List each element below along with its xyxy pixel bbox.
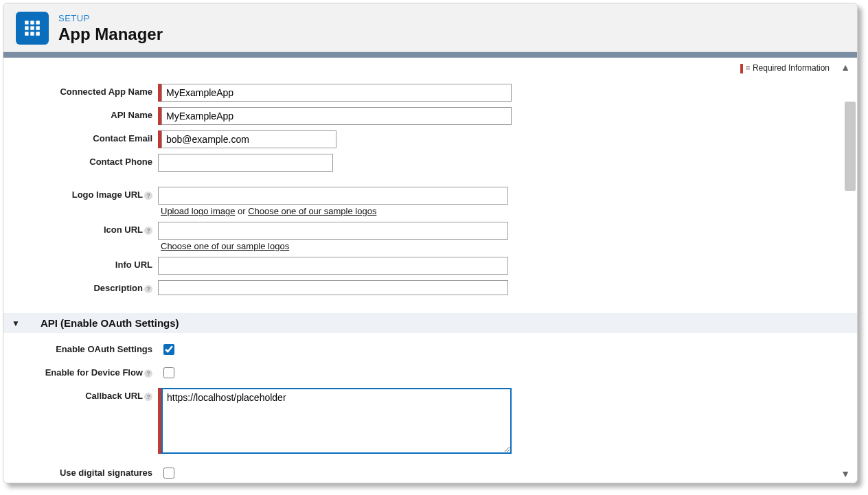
- info-url-input[interactable]: [158, 257, 508, 275]
- choose-sample-logo-link[interactable]: Choose one of our sample logos: [248, 206, 376, 216]
- page-title: App Manager: [58, 25, 163, 44]
- description-label: Description?: [3, 280, 158, 293]
- help-icon[interactable]: ?: [144, 393, 152, 401]
- help-icon[interactable]: ?: [144, 192, 152, 200]
- enable-oauth-label: Enable OAuth Settings: [3, 341, 158, 354]
- icon-url-label: Icon URL?: [3, 222, 158, 235]
- collapse-down-icon[interactable]: ▼: [841, 468, 850, 479]
- oauth-section-header: ▼ API (Enable OAuth Settings): [3, 313, 857, 333]
- required-info-legend: = Required Information: [740, 63, 830, 73]
- svg-rect-6: [25, 32, 28, 35]
- svg-rect-3: [25, 26, 28, 30]
- callback-url-input[interactable]: https://localhost/placeholder: [161, 388, 512, 454]
- breadcrumb-setup: SETUP: [58, 13, 163, 23]
- connected-app-name-label: Connected App Name: [3, 84, 158, 97]
- app-window: SETUP App Manager = Required Information…: [3, 3, 858, 483]
- svg-rect-7: [30, 32, 34, 35]
- basic-info-section: Connected App Name API Name: [3, 82, 857, 297]
- svg-rect-1: [30, 21, 34, 24]
- divider-pattern: [3, 52, 857, 58]
- use-digital-signatures-label: Use digital signatures: [3, 465, 158, 478]
- page-header: SETUP App Manager: [3, 3, 857, 52]
- callback-url-label: Callback URL?: [3, 388, 158, 401]
- oauth-section-title: API (Enable OAuth Settings): [41, 317, 179, 329]
- collapse-up-icon[interactable]: ▲: [841, 62, 850, 73]
- choose-sample-icon-link[interactable]: Choose one of our sample logos: [161, 241, 289, 251]
- contact-phone-label: Contact Phone: [3, 154, 158, 167]
- description-input[interactable]: [158, 280, 508, 295]
- section-toggle-icon[interactable]: ▼: [12, 319, 20, 328]
- logo-helper-links: Upload logo image or Choose one of our s…: [158, 206, 376, 216]
- svg-rect-2: [36, 21, 39, 24]
- svg-rect-5: [36, 26, 39, 30]
- enable-oauth-checkbox[interactable]: [163, 344, 174, 355]
- info-url-label: Info URL: [3, 257, 158, 270]
- connected-app-name-input[interactable]: [161, 84, 512, 102]
- help-icon[interactable]: ?: [144, 227, 152, 235]
- app-launcher-icon: [16, 12, 49, 45]
- content-panel: = Required Information ▲ Connected App N…: [3, 58, 857, 483]
- contact-email-input[interactable]: [161, 130, 336, 148]
- svg-rect-0: [25, 21, 28, 24]
- contact-email-label: Contact Email: [3, 130, 158, 143]
- api-name-input[interactable]: [161, 107, 512, 125]
- scrollbar-thumb[interactable]: [845, 102, 856, 191]
- api-name-label: API Name: [3, 107, 158, 120]
- enable-device-flow-checkbox[interactable]: [163, 367, 174, 378]
- help-icon[interactable]: ?: [144, 285, 152, 293]
- required-mark-icon: [740, 64, 743, 73]
- logo-url-input[interactable]: [158, 187, 508, 205]
- svg-rect-8: [36, 32, 39, 35]
- contact-phone-input[interactable]: [158, 154, 333, 172]
- enable-device-flow-label: Enable for Device Flow?: [3, 365, 158, 378]
- svg-rect-4: [30, 26, 34, 30]
- use-digital-signatures-checkbox[interactable]: [163, 468, 174, 479]
- help-icon[interactable]: ?: [144, 369, 152, 378]
- upload-logo-link[interactable]: Upload logo image: [161, 206, 235, 216]
- logo-url-label: Logo Image URL?: [3, 187, 158, 200]
- icon-url-input[interactable]: [158, 222, 508, 240]
